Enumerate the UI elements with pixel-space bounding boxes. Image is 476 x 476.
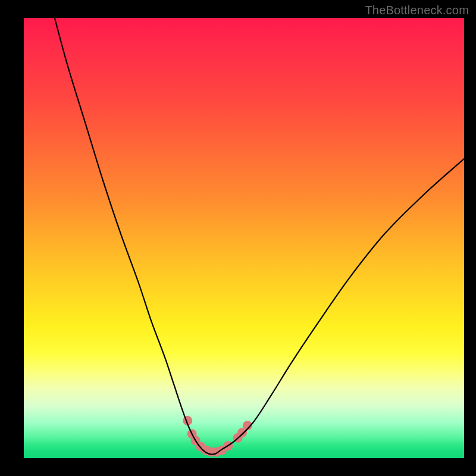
chart-frame: TheBottleneck.com <box>0 0 476 476</box>
bottleneck-curve <box>55 18 464 455</box>
curve-svg <box>24 18 464 458</box>
watermark-text: TheBottleneck.com <box>365 4 469 17</box>
plot-area <box>24 18 464 458</box>
